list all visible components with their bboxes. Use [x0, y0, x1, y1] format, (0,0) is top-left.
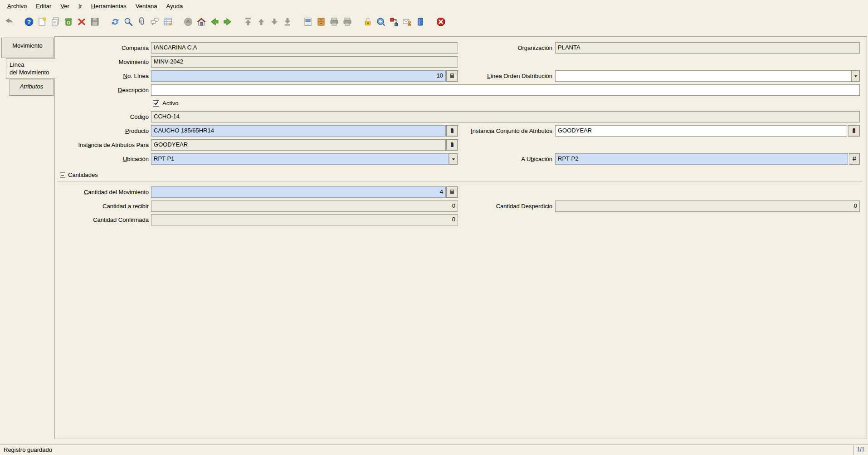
undo-icon [3, 16, 14, 27]
instancia-conjunto-label: Instancia Conjunto de Atributos [454, 125, 552, 137]
cantidad-confirmada-field[interactable]: 0 [151, 214, 458, 225]
find-button[interactable] [122, 15, 135, 29]
back-button[interactable] [208, 15, 221, 29]
previous-record-icon [256, 16, 267, 27]
instancia-para-button[interactable] [446, 139, 458, 151]
print-preview-button[interactable] [327, 15, 341, 29]
menu-archivo[interactable]: Archivo [3, 1, 31, 11]
new-record-button[interactable] [35, 15, 49, 29]
first-record-icon [243, 16, 254, 27]
request-icon [402, 16, 413, 27]
organizacion-label: Organización [454, 42, 552, 54]
instancia-para-label: Instancia de Atributos Para [59, 139, 149, 151]
activo-checkbox[interactable] [153, 100, 159, 107]
producto-field[interactable]: CAUCHO 185/65HR14 [151, 125, 446, 137]
cantidad-movimiento-label: Cantidad del Movimiento [59, 186, 149, 198]
undo-button[interactable] [2, 15, 15, 29]
cantidad-confirmada-label: Cantidad Confirmada [59, 214, 149, 225]
chat-button[interactable] [148, 15, 161, 29]
last-record-button[interactable] [281, 15, 294, 29]
descripcion-field[interactable] [151, 84, 860, 96]
svg-text:?: ? [27, 19, 31, 25]
print-icon [342, 16, 353, 27]
next-record-button[interactable] [268, 15, 281, 29]
a-ubicacion-field[interactable]: RPT-P2 [555, 153, 848, 165]
no-linea-field[interactable]: 10 [151, 70, 446, 82]
archive-icon [316, 16, 327, 27]
linea-orden-distribucion-dropdown-button[interactable] [851, 70, 860, 82]
copy-record-icon [50, 16, 61, 27]
menu-ventana[interactable]: Ventana [131, 1, 162, 11]
request-button[interactable] [400, 15, 414, 29]
tab-linea-del-movimiento[interactable]: Línea del Movimiento [6, 58, 55, 79]
cantidades-section-label: Cantidades [68, 171, 98, 178]
menu-editar[interactable]: Editar [31, 1, 56, 11]
toolbar: ? [0, 12, 868, 31]
movimiento-field[interactable]: MINV-2042 [151, 56, 458, 68]
refresh-icon [110, 16, 121, 27]
organizacion-field[interactable]: PLANTA [555, 42, 860, 54]
menu-ayuda[interactable]: Ayuda [162, 1, 188, 11]
attachment-button[interactable] [135, 15, 148, 29]
grid-toggle-button[interactable] [161, 15, 174, 29]
codigo-label: Código [59, 111, 149, 122]
delete-record-button[interactable] [75, 15, 88, 29]
refresh-button[interactable] [108, 15, 122, 29]
compania-label: Compañía [59, 42, 149, 54]
next-record-icon [269, 16, 280, 27]
new-record-icon [37, 16, 48, 27]
cantidad-recibir-field[interactable]: 0 [151, 201, 458, 212]
cantidad-desperdicio-field[interactable]: 0 [555, 201, 860, 212]
linea-orden-distribucion-label: Línea Orden Distribución [454, 70, 552, 82]
linea-orden-distribucion-field[interactable] [555, 70, 851, 82]
lock-button[interactable] [361, 15, 374, 29]
movimiento-label: Movimiento [59, 56, 149, 68]
workflow-button[interactable] [387, 15, 400, 29]
exit-button[interactable] [434, 15, 447, 29]
codigo-field[interactable]: CCHO-14 [151, 111, 860, 122]
save-button[interactable] [88, 15, 101, 29]
menu-ir[interactable]: Ir [74, 1, 87, 11]
report-button[interactable] [301, 15, 314, 29]
instancia-conjunto-button[interactable] [848, 125, 860, 137]
instancia-conjunto-field[interactable]: GOODYEAR [555, 125, 847, 137]
ignore-changes-button[interactable] [62, 15, 75, 29]
archive-button[interactable] [314, 15, 327, 29]
attribute-instance-icon [449, 141, 455, 149]
forward-icon [222, 16, 233, 27]
help-button[interactable]: ? [22, 15, 35, 29]
cantidad-recibir-label: Cantidad a recibir [59, 201, 149, 212]
print-button[interactable] [341, 15, 354, 29]
ubicacion-field[interactable]: RPT-P1 [151, 153, 449, 165]
a-ubicacion-locator-button[interactable] [849, 153, 860, 165]
cantidad-movimiento-calculator-button[interactable] [446, 186, 458, 198]
descripcion-label: Descripción [59, 84, 149, 96]
first-record-button[interactable] [241, 15, 254, 29]
save-icon [89, 16, 100, 27]
home-icon [196, 16, 207, 27]
menu-ver[interactable]: Ver [56, 1, 74, 11]
record-indicator[interactable]: 1/1 [853, 445, 868, 455]
instancia-para-field[interactable]: GOODYEAR [151, 139, 446, 151]
status-bar: Registro guardado [0, 445, 868, 455]
compania-field[interactable]: IANCARINA C.A [151, 42, 458, 54]
parent-record-button[interactable] [181, 15, 195, 29]
window-menu-button[interactable] [414, 15, 427, 29]
delete-record-icon [76, 16, 87, 27]
cantidad-movimiento-field[interactable]: 4 [151, 186, 446, 198]
home-button[interactable] [195, 15, 208, 29]
grid-toggle-icon [162, 16, 173, 27]
copy-record-button[interactable] [49, 15, 62, 29]
previous-record-button[interactable] [254, 15, 268, 29]
locator-grid-icon [852, 155, 857, 163]
activo-label: Activo [162, 100, 178, 107]
menu-herramientas[interactable]: Herramientas [87, 1, 131, 11]
zoom-across-button[interactable] [374, 15, 387, 29]
attachment-icon [136, 16, 147, 27]
forward-button[interactable] [221, 15, 234, 29]
back-icon [209, 16, 220, 27]
tab-movimiento[interactable]: Movimiento [1, 38, 54, 58]
cantidades-collapse-button[interactable] [60, 172, 65, 178]
collapse-minus-icon [61, 171, 64, 179]
tab-atributos[interactable]: Atributos [10, 79, 54, 96]
